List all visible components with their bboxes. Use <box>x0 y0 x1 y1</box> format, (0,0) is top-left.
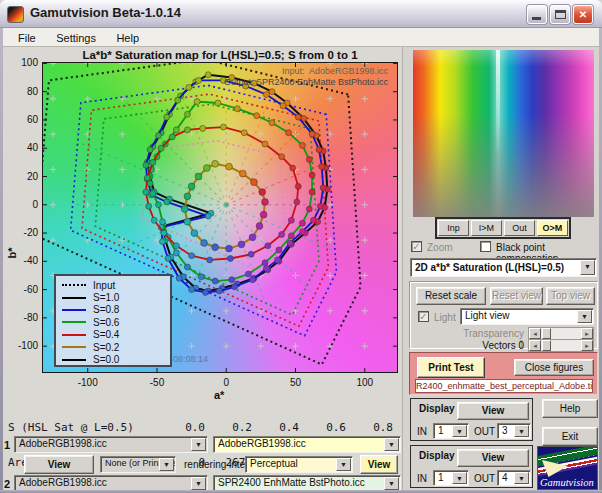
stat-value: 0.0 <box>158 422 205 434</box>
input-to-measured-button[interactable]: I>M <box>471 220 502 236</box>
chevron-down-icon[interactable]: ▼ <box>452 472 467 484</box>
y-tick-label: -100 <box>8 340 38 351</box>
light-view-select[interactable]: Light view▼ <box>460 308 594 325</box>
y-tick-label: -40 <box>8 255 38 266</box>
legend-row: S=1.0 <box>62 291 170 303</box>
inp-button[interactable]: Inp <box>438 220 469 236</box>
window-title: Gamutvision Beta-1.0.14 <box>30 5 181 20</box>
profile-slot-2-label: 2 <box>4 478 10 490</box>
exit-button[interactable]: Exit <box>542 427 598 446</box>
gamut-plot[interactable]: Input: AdobeRGB1998.icc Output: SPR2400 … <box>42 62 398 373</box>
menu-file[interactable]: File <box>10 30 44 44</box>
output-profile-3-select[interactable]: AdobeRGB1998.icc▼ <box>213 436 401 453</box>
legend-line-sample <box>62 284 86 286</box>
view-output-button[interactable]: View <box>360 455 398 474</box>
display-b-in-select[interactable]: 1▼ <box>433 470 469 486</box>
view-input-button[interactable]: View <box>24 455 94 474</box>
vectors-slider[interactable]: ◄ ► <box>528 339 594 352</box>
display-b-in-label: IN <box>417 473 427 484</box>
out-button[interactable]: Out <box>504 220 535 236</box>
legend-row: S=0.4 <box>62 329 170 341</box>
zoom-checkbox[interactable]: ✓ <box>411 241 422 252</box>
print-test-panel: Print Test Close figures R2400_enhmatte_… <box>409 352 598 395</box>
display-a-out-select[interactable]: 3▼ <box>497 423 531 439</box>
black-point-compensation-checkbox[interactable] <box>480 241 491 252</box>
display-a-in-select[interactable]: 1▼ <box>433 423 469 439</box>
rendering-intent-select[interactable]: Perceptual▼ <box>245 456 353 473</box>
chevron-down-icon[interactable]: ▼ <box>384 438 399 451</box>
plot-legend: Input S=1.0 S=0.8 S=0.6 S=0.4 S=0.2 S=0.… <box>54 274 172 367</box>
view-options-group: Reset scale Reset view Top view ✓ Light … <box>409 281 598 349</box>
chevron-down-icon[interactable]: ▼ <box>577 310 592 323</box>
legend-row: S=0.0 <box>62 353 170 365</box>
x-tick-label: -50 <box>142 377 172 388</box>
input-profile-annotation: Input: AdobeRGB1998.icc <box>282 66 388 76</box>
close-figures-button[interactable]: Close figures <box>514 359 594 376</box>
y-tick-label: -60 <box>8 284 38 295</box>
x-tick-label: -100 <box>73 377 103 388</box>
output-to-measured-button[interactable]: O>M <box>537 220 568 236</box>
slider-left-arrow-icon[interactable]: ◄ <box>529 328 541 339</box>
legend-line-sample <box>62 359 86 361</box>
chevron-down-icon[interactable]: ▼ <box>514 472 529 484</box>
close-button[interactable]: ✕ <box>573 5 593 24</box>
display-mode-select[interactable]: 2D a*b* Saturation (L(HSL)=0.5)▼ <box>410 258 597 277</box>
slider-right-arrow-icon[interactable]: ► <box>581 340 593 351</box>
x-tick-label: 0 <box>211 377 241 388</box>
title-bar[interactable]: Gamutvision Beta-1.0.14 ✕ <box>0 0 602 28</box>
display-a-group: Display A View IN 1▼ OUT 3▼ <box>410 398 533 441</box>
reset-view-button[interactable]: Reset view <box>490 287 543 305</box>
display-b-view-button[interactable]: View <box>457 449 529 467</box>
print-test-button[interactable]: Print Test <box>417 357 485 378</box>
chevron-down-icon[interactable]: ▼ <box>336 458 351 471</box>
display-b-out-select[interactable]: 4▼ <box>497 470 531 486</box>
slider-thumb[interactable] <box>542 328 551 339</box>
stats-values: 0.00.20.40.60.81.0 <box>158 421 440 434</box>
maximize-icon <box>555 10 566 19</box>
display-b-out-label: OUT <box>474 473 495 484</box>
help-button[interactable]: Help <box>542 399 598 418</box>
y-tick-label: 80 <box>8 86 38 97</box>
light-checkbox[interactable]: ✓ <box>418 311 429 322</box>
y-tick-label: 100 <box>8 57 38 68</box>
y-tick-label: 40 <box>8 142 38 153</box>
menu-help[interactable]: Help <box>108 30 147 44</box>
x-tick-label: 100 <box>350 377 380 388</box>
app-window: Gamutvision Beta-1.0.14 ✕ File Settings … <box>0 0 602 493</box>
printer-test-select[interactable]: None (or Print Test)▼ <box>100 456 176 473</box>
display-a-view-button[interactable]: View <box>457 402 529 420</box>
y-tick-label: 0 <box>8 199 38 210</box>
slider-left-arrow-icon[interactable]: ◄ <box>529 340 541 351</box>
chevron-down-icon[interactable]: ▼ <box>191 438 206 451</box>
chevron-down-icon[interactable]: ▼ <box>159 458 174 471</box>
spectrum-highlight <box>496 50 500 154</box>
logo-text: Gamutvision <box>540 477 594 488</box>
output-file-name: R2400_enhmatte_best_perceptual_Adobe.tif <box>415 379 593 393</box>
top-view-button[interactable]: Top view <box>546 287 595 305</box>
figure-area: La*b* Saturation map for L(HSL)=0.5; S f… <box>0 47 402 493</box>
display-a-in-label: IN <box>417 426 427 437</box>
reset-scale-button[interactable]: Reset scale <box>416 287 486 305</box>
stats-row: S (HSL Sat @ L=0.5)0.00.20.40.60.81.0 <box>8 422 440 434</box>
minimize-button[interactable] <box>527 5 547 24</box>
menu-settings[interactable]: Settings <box>48 30 104 44</box>
maximize-button[interactable] <box>550 5 570 24</box>
slider-thumb[interactable] <box>542 340 551 351</box>
slider-right-arrow-icon[interactable]: ► <box>581 328 593 339</box>
chevron-down-icon[interactable]: ▼ <box>191 477 206 490</box>
menu-bar: File Settings Help <box>0 28 602 47</box>
chevron-down-icon[interactable]: ▼ <box>580 260 595 275</box>
legend-row: Input <box>62 279 170 291</box>
stat-value: 0.2 <box>205 422 252 434</box>
legend-line-sample <box>62 346 86 348</box>
output-profile-annotation: Output: SPR2400 EnhMatte BstPhoto.icc <box>224 77 388 87</box>
stat-value: 0.8 <box>346 422 393 434</box>
vectors-label: Vectors 0 <box>478 340 524 351</box>
chevron-down-icon[interactable]: ▼ <box>384 477 399 490</box>
y-tick-label: -80 <box>8 312 38 323</box>
color-spectrum-preview[interactable] <box>413 50 594 217</box>
chevron-down-icon[interactable]: ▼ <box>452 425 467 437</box>
input-profile-1-select[interactable]: AdobeRGB1998.icc▼ <box>14 436 208 453</box>
x-tick-label: 50 <box>280 377 310 388</box>
chevron-down-icon[interactable]: ▼ <box>514 425 529 437</box>
